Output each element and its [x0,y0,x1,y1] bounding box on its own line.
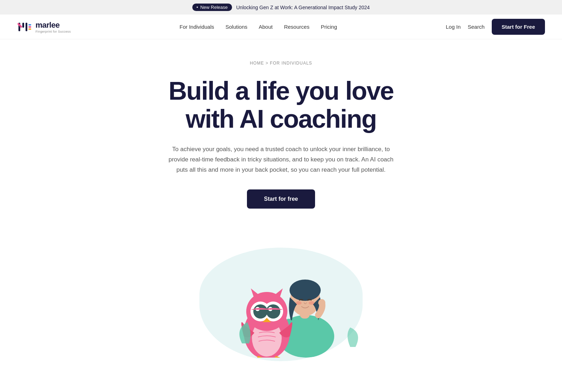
navbar: marlee Fingerprint for Success For Indiv… [0,15,562,39]
breadcrumb-home[interactable]: HOME [250,61,264,66]
breadcrumb-current: FOR INDIVIDUALS [270,61,312,66]
nav-link-pricing[interactable]: Pricing [321,24,337,30]
announcement-link[interactable]: Unlocking Gen Z at Work: A Generational … [236,5,370,10]
hero-illustration [192,237,370,358]
logo-name: marlee [35,21,71,30]
new-release-badge: New Release [192,4,232,11]
nav-link-solutions[interactable]: Solutions [226,24,248,30]
breadcrumb-separator: > [265,61,270,66]
svg-rect-4 [28,26,31,28]
logo-tagline: Fingerprint for Success [35,30,71,33]
nav-item-resources[interactable]: Resources [284,24,309,30]
nav-link-about[interactable]: About [259,24,272,30]
svg-point-20 [253,304,268,319]
logo-link[interactable]: marlee Fingerprint for Success [17,19,71,35]
illustration-area [0,237,562,365]
hero-title-line2: with AI coaching [186,105,376,133]
nav-link-resources[interactable]: Resources [284,24,309,30]
nav-item-pricing[interactable]: Pricing [321,24,337,30]
start-for-free-button-nav[interactable]: Start for Free [492,19,545,35]
svg-point-10 [290,280,321,301]
hero-title-line1: Build a life you love [169,77,393,105]
announcement-bar: New Release Unlocking Gen Z at Work: A G… [0,0,562,15]
search-link[interactable]: Search [468,24,485,30]
login-link[interactable]: Log In [446,24,461,30]
nav-item-about[interactable]: About [259,24,272,30]
hero-section: HOME > FOR INDIVIDUALS Build a life you … [121,39,441,223]
nav-item-solutions[interactable]: Solutions [226,24,248,30]
logo-text: marlee Fingerprint for Success [35,21,71,33]
nav-links: For Individuals Solutions About Resource… [180,24,337,30]
nav-link-for-individuals[interactable]: For Individuals [180,24,214,30]
svg-rect-5 [28,28,31,30]
hero-description: To achieve your goals, you need a truste… [167,144,395,175]
svg-rect-3 [26,23,27,31]
svg-rect-2 [22,23,24,28]
svg-point-12 [309,301,314,305]
start-for-free-button-hero[interactable]: Start for free [247,189,315,209]
hero-title: Build a life you love with AI coaching [128,77,434,133]
svg-point-14 [318,299,325,306]
svg-rect-6 [28,24,31,26]
svg-point-21 [266,304,280,319]
nav-item-for-individuals[interactable]: For Individuals [180,24,214,30]
nav-right: Log In Search Start for Free [446,19,545,35]
marlee-logo-icon [17,19,33,35]
svg-point-11 [296,301,302,305]
breadcrumb: HOME > FOR INDIVIDUALS [128,61,434,66]
